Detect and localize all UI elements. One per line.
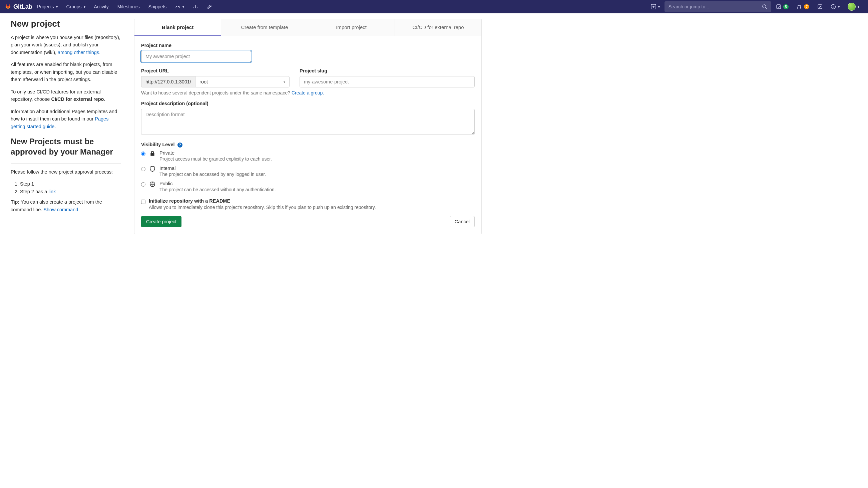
divider — [11, 163, 121, 164]
visibility-option-internal[interactable]: Internal The project can be accessed by … — [141, 166, 475, 177]
visibility-public-radio[interactable] — [141, 182, 146, 186]
project-slug-input[interactable] — [300, 76, 475, 87]
tip-paragraph: Tip: You can also create a project from … — [11, 198, 121, 213]
nav-milestones[interactable]: Milestones — [114, 2, 143, 11]
visibility-internal-radio[interactable] — [141, 167, 146, 171]
project-url-label: Project URL — [141, 68, 289, 74]
question-circle-icon[interactable]: ? — [178, 143, 183, 147]
plus-square-icon — [651, 4, 656, 9]
todo-icon — [817, 4, 823, 9]
nav-projects[interactable]: Projects▾ — [34, 2, 61, 11]
namespace-helper: Want to house several dependent projects… — [141, 90, 475, 95]
approval-heading: New Projects must be approved by your Ma… — [11, 136, 121, 157]
readme-option[interactable]: Initialize repository with a README Allo… — [141, 198, 475, 210]
visibility-option-private[interactable]: Private Project access must be granted e… — [141, 150, 475, 162]
search-input[interactable] — [669, 4, 762, 9]
question-circle-icon: ? — [831, 4, 836, 9]
chevron-down-icon: ▾ — [284, 80, 285, 84]
project-description-label: Project description (optional) — [141, 101, 475, 106]
globe-icon — [150, 181, 155, 188]
project-type-tabs: Blank project Create from template Impor… — [134, 19, 482, 36]
nav-todos[interactable] — [814, 2, 826, 11]
tanuki-icon — [5, 4, 11, 9]
nav-plus[interactable]: ▾ — [648, 2, 663, 11]
nav-help[interactable]: ? ▾ — [827, 2, 843, 11]
among-other-things-link[interactable]: among other things — [58, 50, 99, 55]
chevron-down-icon: ▾ — [858, 5, 859, 9]
intro-paragraph: A project is where you house your files … — [11, 34, 121, 56]
project-name-label: Project name — [141, 43, 475, 48]
approval-intro: Please follow the new project approval p… — [11, 168, 121, 176]
chevron-down-icon: ▾ — [658, 5, 660, 9]
visibility-private-radio[interactable] — [141, 151, 146, 156]
svg-rect-2 — [777, 5, 781, 9]
chevron-down-icon: ▾ — [183, 5, 184, 9]
search-box[interactable] — [664, 1, 771, 12]
tab-blank-project[interactable]: Blank project — [134, 19, 221, 36]
nav-merge-requests[interactable]: 7 — [793, 2, 813, 11]
create-project-button[interactable]: Create project — [141, 216, 182, 227]
page-title: New project — [11, 19, 121, 29]
approval-step-1: Step 1 — [20, 180, 121, 188]
brand-text: GitLab — [13, 3, 32, 10]
project-slug-label: Project slug — [300, 68, 475, 74]
chevron-down-icon: ▾ — [56, 5, 58, 9]
mr-count-badge: 7 — [804, 4, 809, 9]
svg-point-1 — [763, 5, 766, 8]
readme-checkbox[interactable] — [141, 200, 146, 204]
approval-step-2: Step 2 has a link — [20, 188, 121, 196]
form-panel: Project name Project URL http://127.0.0.… — [134, 36, 482, 234]
project-name-input[interactable] — [141, 51, 251, 62]
nav-analytics[interactable] — [189, 2, 202, 11]
visibility-level-label: Visibility Level ? — [141, 142, 475, 147]
shield-icon — [150, 166, 155, 173]
project-url-prefix: http://127.0.0.1:3001/ — [141, 76, 195, 87]
tab-create-from-template[interactable]: Create from template — [221, 19, 308, 36]
nav-activity[interactable]: Activity — [91, 2, 112, 11]
tab-cicd-external[interactable]: CI/CD for external repo — [395, 19, 482, 36]
lock-icon — [150, 150, 155, 157]
pages-paragraph: Information about additional Pages templ… — [11, 108, 121, 130]
nav-groups[interactable]: Groups▾ — [63, 2, 89, 11]
cancel-button[interactable]: Cancel — [450, 216, 475, 227]
gauge-icon — [175, 4, 181, 9]
step2-link[interactable]: link — [49, 189, 56, 194]
nav-issues[interactable]: 5 — [773, 2, 792, 11]
visibility-option-public[interactable]: Public The project can be accessed witho… — [141, 181, 475, 192]
show-command-link[interactable]: Show command — [43, 207, 78, 212]
merge-request-icon — [797, 4, 802, 9]
issues-count-badge: 5 — [783, 4, 788, 9]
wrench-icon — [207, 4, 212, 9]
new-project-form-area: Blank project Create from template Impor… — [134, 19, 482, 234]
cicd-paragraph: To only use CI/CD features for an extern… — [11, 88, 121, 103]
features-paragraph: All features are enabled for blank proje… — [11, 61, 121, 83]
nav-admin[interactable] — [204, 2, 216, 11]
namespace-select[interactable]: root ▾ — [195, 76, 289, 87]
create-group-link[interactable]: Create a group. — [291, 90, 324, 95]
nav-snippets[interactable]: Snippets — [145, 2, 170, 11]
tab-import-project[interactable]: Import project — [308, 19, 395, 36]
issues-icon — [776, 4, 781, 9]
project-description-input[interactable] — [141, 109, 475, 135]
gitlab-logo[interactable]: GitLab — [5, 3, 32, 10]
nav-gauge[interactable]: ▾ — [172, 2, 187, 11]
search-icon — [762, 4, 767, 9]
bar-chart-icon — [193, 4, 198, 9]
nav-user-menu[interactable]: ▾ — [844, 1, 863, 13]
chevron-down-icon: ▾ — [838, 5, 840, 9]
top-navbar: GitLab Projects▾ Groups▾ Activity Milest… — [0, 0, 868, 13]
sidebar-help-panel: New project A project is where you house… — [11, 19, 121, 234]
svg-text:?: ? — [832, 5, 834, 8]
user-avatar — [848, 3, 856, 11]
approval-steps: Step 1 Step 2 has a link — [11, 180, 121, 196]
chevron-down-icon: ▾ — [84, 5, 85, 9]
